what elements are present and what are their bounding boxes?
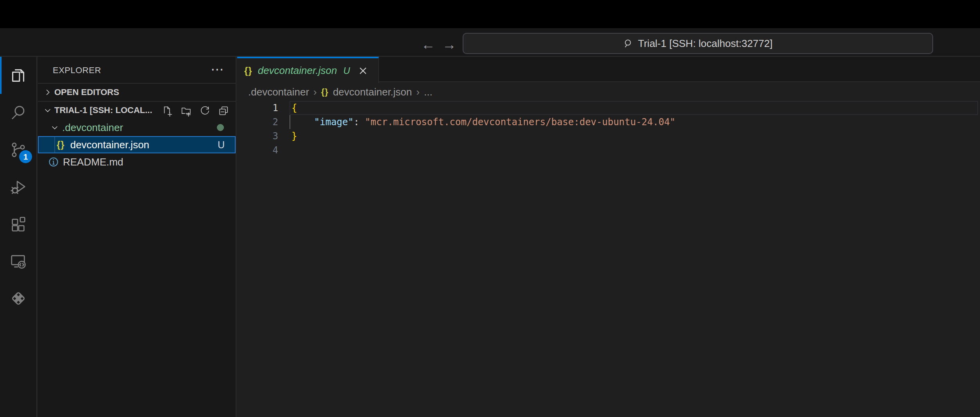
activity-item-extensions[interactable] xyxy=(0,205,36,243)
breadcrumb-separator: › xyxy=(416,86,420,98)
workspace-root-section[interactable]: TRIAL-1 [SSH: LOCAL... xyxy=(38,101,236,119)
folder-label: .devcontainer xyxy=(62,122,123,134)
diamond-extension-icon xyxy=(9,289,27,307)
chevron-down-icon xyxy=(50,123,59,132)
file-label: README.md xyxy=(63,156,123,168)
close-icon[interactable] xyxy=(358,66,368,76)
chevron-down-icon xyxy=(43,106,52,115)
activity-item-remote-explorer[interactable] xyxy=(0,243,36,280)
tab-untracked-badge: U xyxy=(343,65,350,76)
file-tree: .devcontainer {} devcontainer.json U REA… xyxy=(38,119,236,171)
activity-item-search[interactable] xyxy=(0,94,36,131)
sidebar-title: EXPLORER xyxy=(53,65,101,75)
activity-item-explorer[interactable] xyxy=(0,57,36,94)
editor-group: {} devcontainer.json U .devcontainer › {… xyxy=(237,57,980,417)
breadcrumb-symbol[interactable]: ... xyxy=(424,86,433,98)
code-line[interactable]: 2 "image": "mcr.microsoft.com/devcontain… xyxy=(237,115,980,129)
tree-indent-guide xyxy=(54,137,55,153)
code-token: } xyxy=(291,131,297,142)
json-file-icon: {} xyxy=(321,87,329,97)
more-actions-icon[interactable]: ⋯ xyxy=(211,61,224,77)
explorer-sidebar: EXPLORER ⋯ OPEN EDITORS TRIAL-1 [SSH: LO… xyxy=(38,57,236,417)
files-icon xyxy=(9,67,27,84)
line-content: "image": "mcr.microsoft.com/devcontainer… xyxy=(291,115,676,129)
breadcrumb: .devcontainer › {} devcontainer.json › .… xyxy=(237,83,980,101)
extensions-icon xyxy=(9,215,27,233)
line-number: 4 xyxy=(237,143,278,157)
chevron-right-icon xyxy=(43,88,52,97)
tree-item-devcontainer-folder[interactable]: .devcontainer xyxy=(38,119,236,136)
open-editors-label: OPEN EDITORS xyxy=(54,87,119,97)
line-number: 2 xyxy=(237,115,278,129)
debug-icon xyxy=(9,178,27,196)
new-file-icon[interactable] xyxy=(162,105,173,117)
search-icon xyxy=(623,38,633,49)
remote-explorer-icon xyxy=(9,252,27,270)
line-number: 3 xyxy=(237,129,278,143)
source-control-badge: 1 xyxy=(19,150,32,163)
workspace-root-label: TRIAL-1 [SSH: LOCAL... xyxy=(54,105,152,115)
tree-item-readme[interactable]: README.md xyxy=(38,153,236,171)
activity-item-extension-diamond[interactable] xyxy=(0,280,36,317)
code-editor[interactable]: 1{2 "image": "mcr.microsoft.com/devconta… xyxy=(237,101,980,417)
search-icon xyxy=(9,104,27,122)
nav-forward-button[interactable]: → xyxy=(442,34,456,56)
git-untracked-badge: U xyxy=(218,139,225,151)
activity-item-run-debug[interactable] xyxy=(0,168,36,205)
json-file-icon: {} xyxy=(244,65,252,76)
git-untracked-dot xyxy=(217,124,224,131)
file-label: devcontainer.json xyxy=(70,139,149,151)
menu-bar-strip xyxy=(0,0,980,28)
refresh-icon[interactable] xyxy=(199,105,211,117)
collapse-all-icon[interactable] xyxy=(218,105,229,117)
code-line[interactable]: 3} xyxy=(237,129,980,143)
json-file-icon: {} xyxy=(57,139,65,150)
readme-info-icon xyxy=(48,156,59,167)
tab-devcontainer-json[interactable]: {} devcontainer.json U xyxy=(237,57,379,83)
explorer-actions xyxy=(162,105,229,117)
open-editors-section[interactable]: OPEN EDITORS xyxy=(38,83,236,101)
nav-back-button[interactable]: ← xyxy=(421,34,435,56)
new-folder-icon[interactable] xyxy=(181,105,192,117)
activity-bar: 1 xyxy=(0,57,37,417)
code-token: "image" xyxy=(314,117,354,128)
sidebar-title-row: EXPLORER ⋯ xyxy=(38,57,236,83)
breadcrumb-separator: › xyxy=(313,86,317,98)
title-bar: ← → Trial-1 [SSH: localhost:32772] xyxy=(0,28,980,57)
command-center-search[interactable]: Trial-1 [SSH: localhost:32772] xyxy=(463,33,933,54)
tab-label: devcontainer.json xyxy=(258,65,337,77)
indent-guide xyxy=(290,115,290,129)
current-line-highlight xyxy=(290,101,978,115)
line-number: 1 xyxy=(237,101,278,115)
code-token xyxy=(291,117,314,128)
code-token xyxy=(359,117,365,128)
code-token: "mcr.microsoft.com/devcontainers/base:de… xyxy=(365,117,676,128)
code-line[interactable]: 4 xyxy=(237,143,980,157)
line-content: } xyxy=(291,129,297,143)
command-center-label: Trial-1 [SSH: localhost:32772] xyxy=(638,38,773,50)
breadcrumb-folder[interactable]: .devcontainer xyxy=(248,86,309,98)
tree-item-devcontainer-json[interactable]: {} devcontainer.json U xyxy=(38,136,236,153)
breadcrumb-file[interactable]: devcontainer.json xyxy=(333,86,412,98)
activity-item-source-control[interactable]: 1 xyxy=(0,131,36,168)
code-token: : xyxy=(354,117,359,128)
